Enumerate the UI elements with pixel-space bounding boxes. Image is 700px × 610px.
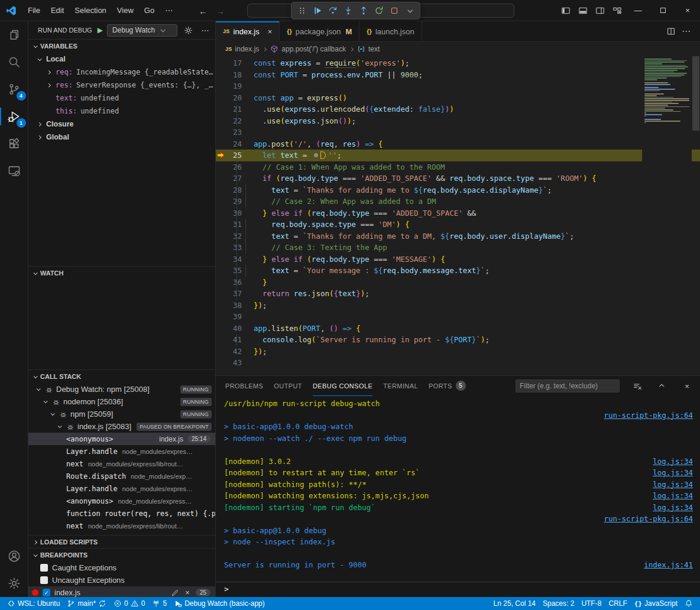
breakpoint-margin[interactable] — [216, 196, 226, 207]
continue-button[interactable] — [310, 4, 325, 18]
activity-settings[interactable] — [0, 570, 28, 597]
breakpoint-margin[interactable] — [216, 231, 226, 242]
breakpoint-checkbox[interactable]: ✓ — [43, 589, 50, 596]
code-line[interactable]: 28 text = `Thanks for adding me to ${req… — [216, 184, 700, 196]
maximize-button[interactable] — [650, 0, 675, 21]
breakpoint-row[interactable]: Uncaught Exceptions — [28, 574, 215, 586]
code-line[interactable]: 34 } else if (req.body.type === 'MESSAGE… — [216, 254, 700, 265]
console-source-link[interactable]: log.js:34 — [653, 502, 693, 514]
code-line[interactable]: 20const app = express() — [216, 92, 700, 104]
panel-tab-output[interactable]: OUTPUT — [274, 376, 302, 396]
editor-scrollbar[interactable] — [692, 56, 700, 375]
statusbar-eol[interactable]: CRLF — [605, 597, 630, 610]
code-editor[interactable]: 17const express = require('express');18c… — [216, 56, 700, 375]
remove-breakpoint-icon[interactable]: × — [185, 588, 190, 597]
code-line[interactable]: 43 — [216, 357, 700, 369]
code-line[interactable]: 24app.post('/', (req, res) => { — [216, 138, 700, 150]
debug-console-input[interactable]: > — [216, 582, 700, 596]
breakpoint-margin[interactable] — [216, 173, 226, 184]
breakpoint-margin[interactable] — [216, 300, 226, 312]
variables-header[interactable]: VARIABLES — [28, 40, 215, 53]
stack-frame-row[interactable]: <anonymous>node_modules/express… — [28, 495, 215, 507]
code-line[interactable]: 33 // Case 3: Texting the App — [216, 242, 700, 254]
console-source-link[interactable]: index.js:41 — [644, 559, 693, 571]
console-source-link[interactable]: log.js:34 — [653, 467, 693, 479]
activity-accounts[interactable] — [0, 543, 28, 570]
code-line[interactable]: 40app.listen(PORT, () => { — [216, 323, 700, 335]
close-tab-icon[interactable]: × — [268, 27, 273, 36]
code-line[interactable]: 38}); — [216, 300, 700, 312]
debug-console-output[interactable]: /usr/bin/npm run-script debug-watchrun-s… — [216, 396, 700, 582]
breakpoint-margin[interactable] — [216, 334, 226, 346]
statusbar-notifications[interactable] — [681, 597, 696, 610]
code-line[interactable]: 25 let text = ''; — [216, 150, 700, 161]
stop-button[interactable] — [387, 4, 401, 18]
code-line[interactable]: 31 req.body.space.type === 'DM') { — [216, 219, 700, 231]
statusbar-cursor-position[interactable]: Ln 25, Col 14 — [490, 597, 539, 610]
tab-index.js[interactable]: JSindex.js× — [216, 21, 280, 42]
console-source-link[interactable]: log.js:34 — [653, 456, 693, 468]
close-panel-icon[interactable]: × — [680, 379, 694, 393]
maximize-panel-icon[interactable] — [655, 379, 669, 393]
statusbar-encoding[interactable]: UTF-8 — [578, 597, 605, 610]
code-line[interactable]: 37 return res.json({text}); — [216, 288, 700, 300]
menu-file[interactable]: File — [22, 3, 46, 18]
split-editor-icon[interactable] — [666, 27, 676, 36]
layout-customize-button[interactable] — [608, 3, 626, 18]
restart-button[interactable] — [371, 4, 386, 18]
edit-breakpoint-icon[interactable] — [171, 588, 179, 597]
stack-frame-row[interactable]: nextnode_modules/express/lib/rout… — [28, 458, 215, 470]
console-source-link[interactable]: run-script-pkg.js:64 — [604, 513, 693, 525]
breakpoint-margin[interactable] — [216, 80, 226, 92]
stack-frame-row[interactable]: Route.dispatchnode_modules/exp… — [28, 470, 215, 482]
debug-session-row[interactable]: Debug Watch: npm [25008]RUNNING — [28, 383, 215, 395]
activity-search[interactable] — [0, 48, 28, 76]
layout-sidebar-left-button[interactable] — [557, 3, 574, 18]
debug-session-row[interactable]: index.js [25083]PAUSED ON BREAKPOINT — [28, 420, 215, 433]
scope-row[interactable]: Closure — [28, 118, 215, 131]
code-line[interactable]: 41 console.log(`Server is running in por… — [216, 334, 700, 346]
breadcrumb-item[interactable]: JSindex.js — [225, 45, 259, 53]
launch-config-dropdown[interactable]: Debug Watch — [107, 24, 177, 37]
breakpoint-row[interactable]: ✓index.js×25 — [28, 586, 215, 597]
breakpoint-margin[interactable] — [216, 277, 226, 288]
menu-selection[interactable]: Selection — [69, 3, 111, 18]
breakpoint-margin[interactable] — [216, 254, 226, 265]
breakpoint-row[interactable]: Caught Exceptions — [28, 562, 215, 574]
code-line[interactable]: 19 — [216, 80, 700, 92]
minimap[interactable] — [642, 57, 692, 375]
variable-row[interactable]: res:ServerResponse {_events: {…}, _ev… — [28, 79, 215, 92]
statusbar-indentation[interactable]: Spaces: 2 — [539, 597, 578, 610]
variable-row[interactable]: this:undefined — [28, 105, 215, 118]
statusbar-debug-session[interactable]: Debug Watch (basic-app) — [170, 597, 268, 610]
breakpoint-margin[interactable] — [216, 323, 226, 335]
breakpoint-margin[interactable] — [216, 311, 226, 323]
statusbar-ports-forwarded[interactable]: 5 — [148, 597, 170, 610]
code-line[interactable]: 21 .use(express.urlencoded({extended: fa… — [216, 103, 700, 115]
code-line[interactable]: 32 text = `Thanks for adding me to a DM,… — [216, 231, 700, 242]
code-line[interactable]: 23 — [216, 126, 700, 138]
activity-run-debug[interactable]: 1 — [0, 103, 28, 130]
activity-remote-explorer[interactable] — [0, 157, 28, 184]
breakpoint-margin[interactable] — [216, 265, 226, 277]
stack-frame-row[interactable]: Layer.handlenode_modules/expres… — [28, 482, 215, 495]
scope-row[interactable]: Global — [28, 131, 215, 144]
breakpoint-margin[interactable] — [216, 242, 226, 254]
dropdown-button[interactable] — [402, 4, 417, 18]
breakpoint-margin[interactable] — [216, 207, 226, 219]
step-out-button[interactable] — [356, 4, 371, 18]
breakpoint-margin[interactable] — [216, 103, 226, 115]
panel-tab-ports[interactable]: PORTS5 — [429, 376, 466, 396]
step-over-button[interactable] — [325, 4, 340, 18]
watch-header[interactable]: WATCH — [28, 267, 215, 280]
loaded-scripts-header[interactable]: LOADED SCRIPTS — [28, 536, 215, 548]
stack-frame-row[interactable]: <anonymous>index.js25:14 — [28, 433, 215, 445]
code-line[interactable]: 17const express = require('express'); — [216, 57, 700, 69]
breakpoint-margin[interactable] — [216, 150, 226, 161]
stack-frame-row[interactable]: function router(req, res, next) {.pr… — [28, 507, 215, 520]
debug-session-row[interactable]: npm [25059]RUNNING — [28, 408, 215, 420]
breakpoints-header[interactable]: BREAKPOINTS — [28, 549, 215, 562]
breakpoint-margin[interactable] — [216, 346, 226, 358]
console-source-link[interactable]: log.js:34 — [653, 479, 693, 491]
breakpoint-checkbox[interactable] — [40, 576, 48, 584]
